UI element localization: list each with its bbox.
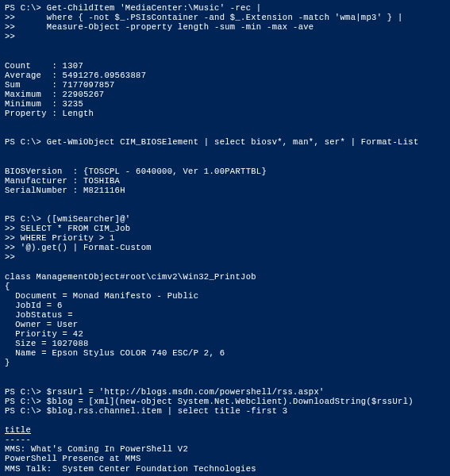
cmd-line: >> — [5, 32, 15, 41]
output-line: Count : 1307 — [5, 61, 83, 71]
output-line: MMS Talk: System Center Foundation Techn… — [5, 464, 256, 474]
cmd-line: PS C:\> ([wmiSearcher]@' — [5, 214, 130, 224]
output-line: { — [5, 282, 10, 291]
output-line: Manufacturer : TOSHIBA — [5, 176, 120, 186]
output-line: JobId = 6 — [5, 301, 63, 310]
cmd-line: >> WHERE Priority > 1 — [5, 233, 115, 243]
output-line: Owner = User — [5, 320, 78, 329]
output-line: PowerShell Presence at MMS — [5, 454, 141, 463]
output-line: SerialNumber : M821116H — [5, 186, 125, 195]
output-line: Document = Monad Manifesto - Public — [5, 291, 198, 301]
output-line: class ManagementObject#root\cimv2\Win32_… — [5, 272, 256, 282]
powershell-console[interactable]: PS C:\> Get-ChildItem 'MediaCenter:\Musi… — [0, 0, 450, 476]
output-line: } — [5, 358, 10, 367]
output-line: MMS: What's Coming In PowerShell V2 — [5, 444, 188, 454]
output-line: BIOSVersion : {TOSCPL - 6040000, Ver 1.0… — [5, 167, 267, 176]
output-line: JobStatus = — [5, 310, 73, 320]
cmd-line: >> — [5, 252, 15, 262]
output-line: Priority = 42 — [5, 329, 83, 339]
cmd-line: PS C:\> Get-WmiObject CIM_BIOSElement | … — [5, 137, 418, 147]
output-line: Size = 1027088 — [5, 339, 89, 348]
cmd-line: >> SELECT * FROM CIM_Job — [5, 224, 130, 233]
cmd-line: PS C:\> $blog.rss.channel.item | select … — [5, 406, 287, 416]
output-line: Average : 5491276.09563887 — [5, 71, 146, 80]
cmd-line: >> Measure-Object -property length -sum … — [5, 22, 313, 32]
output-line: Maximum : 22905267 — [5, 90, 104, 99]
output-divider: ----- — [5, 435, 31, 444]
cmd-line: >> where { -not $_.PSIsContainer -and $_… — [5, 13, 403, 22]
column-header: title — [5, 425, 31, 435]
output-line: Name = Epson Stylus COLOR 740 ESC/P 2, 6 — [5, 348, 225, 358]
output-line: Minimum : 3235 — [5, 99, 83, 109]
cmd-line: PS C:\> Get-ChildItem 'MediaCenter:\Musi… — [5, 3, 261, 13]
cmd-line: PS C:\> $rssUrl = 'http://blogs.msdn.com… — [5, 387, 325, 397]
output-line: Property : Length — [5, 109, 94, 118]
cmd-line: >> '@).get() | Format-Custom — [5, 243, 152, 252]
cmd-line: PS C:\> $blog = [xml](new-object System.… — [5, 397, 413, 406]
output-line: Sum : 7177097857 — [5, 80, 115, 90]
